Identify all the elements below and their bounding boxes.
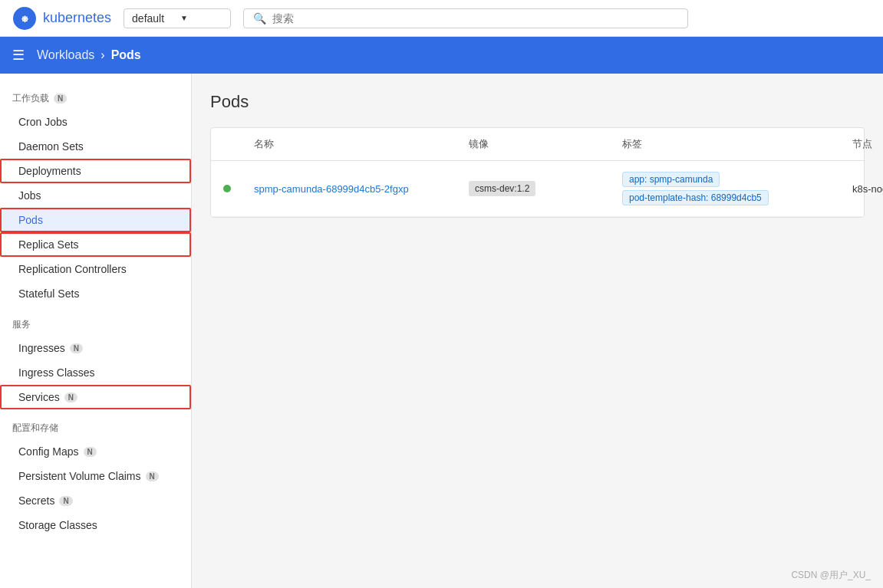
secrets-badge: N <box>59 496 72 506</box>
sidebar-item-ingresses[interactable]: Ingresses N <box>0 336 191 360</box>
cell-labels: app: spmp-camunda pod-template-hash: 689… <box>610 161 840 216</box>
col-header-name: 名称 <box>242 128 456 160</box>
search-bar: 🔍 <box>243 8 688 28</box>
cell-image: csms-dev:1.2 <box>456 170 610 207</box>
watermark: CSDN @用户_XU_ <box>791 569 871 582</box>
pods-label: Pods <box>18 214 43 226</box>
search-icon: 🔍 <box>253 12 266 25</box>
sidebar-item-secrets[interactable]: Secrets N <box>0 488 191 513</box>
sidebar-section-workloads: 工作负载 N <box>0 80 191 110</box>
ingresses-badge: N <box>70 343 83 353</box>
search-input[interactable] <box>272 12 678 25</box>
table-header: 名称 镜像 标签 节点 <box>211 128 864 161</box>
sidebar-item-stateful-sets[interactable]: Stateful Sets <box>0 281 191 306</box>
sidebar-item-services[interactable]: Services N <box>0 385 191 409</box>
sidebar-item-storage-classes[interactable]: Storage Classes <box>0 513 191 537</box>
breadcrumb-current: Pods <box>111 48 141 62</box>
sidebar-item-pods[interactable]: Pods <box>0 208 191 232</box>
stateful-sets-label: Stateful Sets <box>18 287 79 300</box>
config-maps-badge: N <box>84 447 97 457</box>
sidebar-item-config-maps[interactable]: Config Maps N <box>0 439 191 464</box>
ingress-classes-label: Ingress Classes <box>18 366 95 379</box>
deployments-label: Deployments <box>18 165 81 177</box>
namespace-selector[interactable]: default ▼ <box>124 8 231 28</box>
sidebar-section-config-storage: 配置和存储 <box>0 409 191 439</box>
sidebar-item-pvc[interactable]: Persistent Volume Claims N <box>0 464 191 488</box>
sidebar-item-jobs[interactable]: Jobs <box>0 183 191 208</box>
col-header-status <box>211 128 242 160</box>
pvc-label: Persistent Volume Claims <box>18 470 141 482</box>
sidebar-section-services: 服务 <box>0 306 191 336</box>
cron-jobs-label: Cron Jobs <box>18 116 68 128</box>
cell-node: k8s-node2 <box>840 172 883 205</box>
image-badge: csms-dev:1.2 <box>469 181 535 196</box>
secrets-label: Secrets <box>18 494 54 507</box>
breadcrumb-bar: ☰ Workloads › Pods <box>0 37 883 74</box>
top-navbar: ⎈ kubernetes default ▼ 🔍 <box>0 0 883 37</box>
breadcrumb-separator: › <box>100 48 104 62</box>
sidebar-item-cron-jobs[interactable]: Cron Jobs <box>0 110 191 134</box>
page-title: Pods <box>210 92 865 112</box>
sidebar-item-deployments[interactable]: Deployments <box>0 159 191 183</box>
sidebar-item-replication-controllers[interactable]: Replication Controllers <box>0 257 191 281</box>
services-badge: N <box>64 393 77 402</box>
replication-controllers-label: Replication Controllers <box>18 263 127 275</box>
cell-status <box>211 174 242 203</box>
sidebar-item-replica-sets[interactable]: Replica Sets <box>0 232 191 257</box>
sidebar-section-workloads-label: 工作负载 <box>12 92 49 105</box>
chevron-down-icon: ▼ <box>180 14 222 22</box>
services-label: Services <box>18 391 60 403</box>
col-header-image: 镜像 <box>456 128 610 160</box>
ingresses-label: Ingresses <box>18 342 65 354</box>
logo-text: kubernetes <box>43 10 111 26</box>
jobs-label: Jobs <box>18 189 41 202</box>
table-row: spmp-camunda-68999d4cb5-2fgxp csms-dev:1… <box>211 161 864 217</box>
daemon-sets-label: Daemon Sets <box>18 140 84 153</box>
namespace-value: default <box>132 12 174 25</box>
k8s-logo-icon: ⎈ <box>12 6 37 31</box>
logo-area: ⎈ kubernetes <box>12 6 111 31</box>
label-pod-template-hash: pod-template-hash: 68999d4cb5 <box>622 190 769 205</box>
workloads-badge: N <box>54 94 67 103</box>
svg-text:⎈: ⎈ <box>21 12 28 25</box>
sidebar: 工作负载 N Cron Jobs Daemon Sets Deployments… <box>0 74 192 588</box>
pod-link[interactable]: spmp-camunda-68999d4cb5-2fgxp <box>254 183 409 195</box>
storage-classes-label: Storage Classes <box>18 519 97 531</box>
hamburger-menu-icon[interactable]: ☰ <box>12 47 25 64</box>
col-header-labels: 标签 <box>610 128 840 160</box>
pods-table: 名称 镜像 标签 节点 spmp-camunda-68999d4cb5-2fgx… <box>210 127 865 218</box>
cell-name: spmp-camunda-68999d4cb5-2fgxp <box>242 172 456 205</box>
replica-sets-label: Replica Sets <box>18 238 79 251</box>
sidebar-section-services-label: 服务 <box>12 318 31 331</box>
config-maps-label: Config Maps <box>18 445 79 458</box>
breadcrumb-workloads[interactable]: Workloads <box>37 48 94 62</box>
sidebar-item-daemon-sets[interactable]: Daemon Sets <box>0 134 191 159</box>
label-app: app: spmp-camunda <box>622 172 720 187</box>
pvc-badge: N <box>146 471 159 481</box>
sidebar-section-config-storage-label: 配置和存储 <box>12 422 58 435</box>
sidebar-item-ingress-classes[interactable]: Ingress Classes <box>0 360 191 385</box>
status-running-dot <box>223 185 231 192</box>
col-header-node: 节点 <box>840 128 883 160</box>
content-area: Pods 名称 镜像 标签 节点 spmp-camunda-68999d4cb5… <box>192 74 883 588</box>
main-layout: 工作负载 N Cron Jobs Daemon Sets Deployments… <box>0 74 883 588</box>
